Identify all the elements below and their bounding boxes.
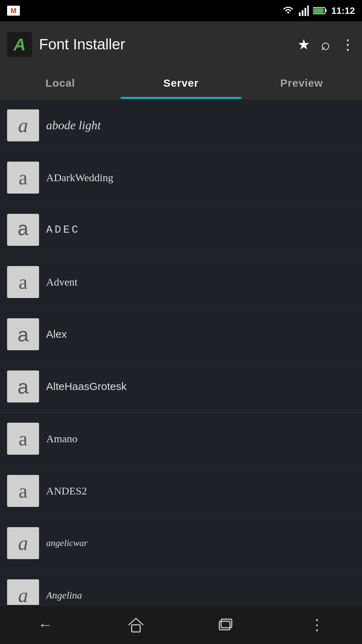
app-logo: A bbox=[7, 32, 32, 57]
home-button[interactable] bbox=[122, 614, 150, 635]
font-preview-box: a bbox=[7, 162, 39, 194]
font-preview-letter: a bbox=[18, 114, 28, 137]
font-preview-box: a bbox=[7, 579, 39, 605]
list-item[interactable]: a Alex bbox=[0, 308, 362, 361]
status-bar: 11:12 bbox=[0, 0, 362, 21]
more-nav-button[interactable]: ⋮ bbox=[303, 614, 331, 635]
svg-rect-3 bbox=[307, 5, 309, 16]
font-preview-box: a bbox=[7, 109, 39, 141]
font-preview-letter: a bbox=[19, 271, 28, 293]
font-preview-letter: a bbox=[19, 166, 28, 189]
font-preview-box: a bbox=[7, 318, 39, 350]
back-button[interactable]: ← bbox=[31, 614, 60, 635]
app-bar: A Font Installer ★ ⌕ ⋮ bbox=[0, 21, 362, 67]
app-logo-letter: A bbox=[13, 35, 26, 54]
app-bar-actions: ★ ⌕ ⋮ bbox=[297, 36, 355, 53]
list-item[interactable]: a angelicwar bbox=[0, 517, 362, 569]
font-name: Advent bbox=[46, 276, 77, 288]
status-right: 11:12 bbox=[282, 5, 355, 16]
font-name: ADarkWedding bbox=[46, 172, 113, 184]
battery-icon bbox=[313, 7, 327, 15]
font-list: a abode light a ADarkWedding a ADEC a Ad… bbox=[0, 99, 362, 605]
font-preview-letter: a bbox=[17, 218, 29, 241]
font-preview-letter: a bbox=[17, 323, 28, 346]
font-name: abode light bbox=[46, 119, 101, 132]
font-name: ANDES2 bbox=[46, 485, 87, 497]
app-title: Font Installer bbox=[39, 36, 297, 53]
font-name: Alex bbox=[46, 328, 67, 340]
font-preview-box: a bbox=[7, 214, 39, 246]
font-name: angelicwar bbox=[46, 538, 88, 548]
list-item[interactable]: a ADarkWedding bbox=[0, 152, 362, 204]
svg-rect-6 bbox=[314, 8, 324, 13]
list-item[interactable]: a Advent bbox=[0, 256, 362, 308]
svg-rect-1 bbox=[302, 10, 303, 16]
font-preview-letter: a bbox=[18, 532, 28, 554]
svg-rect-5 bbox=[325, 9, 327, 12]
font-name: Angelina bbox=[46, 590, 82, 601]
status-time: 11:12 bbox=[331, 5, 355, 16]
list-item[interactable]: a Angelina bbox=[0, 569, 362, 605]
list-item[interactable]: a abode light bbox=[0, 99, 362, 152]
svg-rect-7 bbox=[132, 625, 140, 632]
font-preview-letter: a bbox=[17, 375, 28, 398]
font-preview-letter: a bbox=[19, 427, 28, 450]
font-preview-box: a bbox=[7, 370, 39, 402]
tab-local[interactable]: Local bbox=[0, 67, 121, 99]
star-button[interactable]: ★ bbox=[297, 36, 310, 53]
font-preview-box: a bbox=[7, 475, 39, 507]
status-left bbox=[7, 6, 20, 16]
font-name: Amano bbox=[46, 433, 77, 445]
tab-preview[interactable]: Preview bbox=[241, 67, 362, 99]
signal-icon bbox=[299, 5, 309, 16]
list-item[interactable]: a ADEC bbox=[0, 204, 362, 256]
svg-rect-0 bbox=[299, 12, 301, 16]
tab-bar: Local Server Preview bbox=[0, 67, 362, 99]
more-button[interactable]: ⋮ bbox=[341, 36, 355, 53]
font-preview-box: a bbox=[7, 266, 39, 298]
search-button[interactable]: ⌕ bbox=[321, 36, 330, 53]
bottom-nav: ← ⋮ bbox=[0, 605, 362, 644]
svg-rect-2 bbox=[305, 8, 306, 16]
list-item[interactable]: a ANDES2 bbox=[0, 465, 362, 517]
font-name: AlteHaasGrotesk bbox=[46, 380, 127, 393]
list-item[interactable]: a Amano bbox=[0, 413, 362, 465]
wifi-icon bbox=[282, 5, 295, 16]
font-preview-box: a bbox=[7, 527, 39, 559]
list-item[interactable]: a AlteHaasGrotesk bbox=[0, 361, 362, 413]
font-preview-letter: a bbox=[19, 480, 28, 502]
tab-server[interactable]: Server bbox=[121, 67, 241, 99]
font-name: ADEC bbox=[46, 224, 80, 236]
font-preview-letter: a bbox=[18, 584, 28, 605]
recents-button[interactable] bbox=[212, 614, 241, 635]
font-preview-box: a bbox=[7, 423, 39, 455]
gmail-icon bbox=[7, 6, 20, 16]
